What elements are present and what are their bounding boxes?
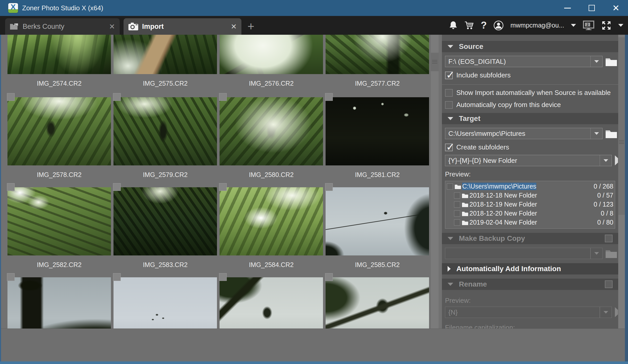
dropdown-button[interactable] <box>600 155 612 166</box>
browse-backup-folder-button[interactable] <box>605 248 617 259</box>
tab-close-icon[interactable]: ✕ <box>231 22 237 31</box>
thumbnail-checkbox[interactable] <box>219 183 227 191</box>
show-import-auto-option[interactable]: Show Import automatically when Source is… <box>445 89 615 97</box>
thumbnail-checkbox[interactable] <box>325 93 333 101</box>
maximize-icon <box>589 5 595 11</box>
tree-checkbox[interactable] <box>447 183 453 190</box>
account-avatar-icon[interactable] <box>493 20 504 31</box>
rename-variables-button[interactable] <box>615 310 618 315</box>
photo-thumbnail[interactable] <box>7 35 111 74</box>
new-tab-button[interactable]: + <box>245 21 257 32</box>
account-chevron-down-icon[interactable] <box>571 24 576 27</box>
close-window-button[interactable]: ✕ <box>604 0 628 16</box>
dropdown-button[interactable] <box>590 248 602 259</box>
tree-row[interactable]: 2019-02-04 New Folder 0 / 80 <box>447 218 613 227</box>
thumbnail-filename: IMG_2580.CR2 <box>220 171 323 179</box>
photo-thumbnail[interactable] <box>326 97 429 165</box>
photo-thumbnail[interactable] <box>220 97 323 165</box>
photo-thumbnail[interactable] <box>220 277 323 329</box>
target-path-dropdown[interactable]: C:\Users\mwmpc\Pictures <box>445 128 603 139</box>
tree-row[interactable]: 2018-12-20 New Folder 0 / 8 <box>447 209 613 218</box>
dropdown-button[interactable] <box>590 56 602 67</box>
tree-checkbox[interactable] <box>454 219 460 226</box>
photo-thumbnail[interactable] <box>326 277 429 329</box>
tree-row[interactable]: 2018-12-18 New Folder 0 / 57 <box>447 191 613 200</box>
rename-pattern-value: {N} <box>448 308 458 316</box>
account-email[interactable]: mwmpcmag@ou... <box>510 22 564 29</box>
tree-checkbox[interactable] <box>454 210 460 217</box>
dropdown-button[interactable] <box>600 307 612 318</box>
create-subfolders-option[interactable]: Create subfolders <box>445 143 615 151</box>
section-header-target[interactable]: Target <box>442 113 618 124</box>
thumbnail-checkbox[interactable] <box>7 93 15 101</box>
show-import-auto-checkbox[interactable] <box>445 89 453 97</box>
notifications-bell-icon[interactable] <box>449 21 458 30</box>
tree-folder-name: C:\Users\mwmpc\Pictures <box>462 183 536 190</box>
photo-thumbnail[interactable] <box>114 277 217 329</box>
photo-thumbnail[interactable] <box>114 97 217 165</box>
thumbnail-cell: IMG_2575.CR2 <box>114 35 217 88</box>
tree-row[interactable]: 2018-12-19 New Folder 0 / 123 <box>447 200 613 209</box>
section-header-auto-info[interactable]: Automatically Add Information <box>442 263 618 274</box>
rename-enable-checkbox[interactable] <box>605 280 613 288</box>
thumbnail-checkbox[interactable] <box>113 183 121 191</box>
thumbnail-checkbox[interactable] <box>7 183 15 191</box>
photo-thumbnail[interactable] <box>220 187 323 255</box>
auto-copy-checkbox[interactable] <box>445 101 453 109</box>
auto-copy-option[interactable]: Automatically copy from this device <box>445 101 615 109</box>
tree-folder-count: 0 / 8 <box>601 210 613 217</box>
include-subfolders-option[interactable]: Include subfolders <box>445 71 615 79</box>
pattern-variables-button[interactable] <box>615 158 618 163</box>
thumbnail-checkbox[interactable] <box>7 273 15 281</box>
tab-berks-county[interactable]: Berks County ✕ <box>5 18 120 35</box>
collapse-chevron-icon <box>448 283 453 286</box>
thumbnail-checkbox[interactable] <box>219 273 227 281</box>
second-monitor-icon[interactable]: 2 <box>583 20 595 31</box>
panel-scrollbar[interactable] <box>618 35 625 329</box>
source-device-dropdown[interactable]: F:\ (EOS_DIGITAL) <box>445 56 603 67</box>
thumbnail-checkbox[interactable] <box>113 273 121 281</box>
tree-checkbox[interactable] <box>454 201 460 208</box>
browse-source-folder-button[interactable] <box>605 56 617 67</box>
panel-scrollbar-thumb[interactable] <box>618 37 625 215</box>
photo-thumbnail[interactable] <box>326 35 429 74</box>
camera-icon <box>128 22 138 31</box>
maximize-button[interactable] <box>580 0 604 16</box>
tree-row[interactable]: C:\Users\mwmpc\Pictures 0 / 268 <box>447 182 613 191</box>
subfolder-pattern-dropdown[interactable]: {Y}-{M}-{D} New Folder <box>445 155 612 166</box>
subfolder-pattern-value: {Y}-{M}-{D} New Folder <box>448 157 517 165</box>
photo-thumbnail[interactable] <box>7 187 111 255</box>
browse-target-folder-button[interactable] <box>605 128 617 139</box>
collapse-chevron-icon <box>448 117 453 120</box>
include-subfolders-checkbox[interactable] <box>445 72 453 79</box>
fullscreen-expand-icon[interactable] <box>601 20 612 31</box>
photo-thumbnail[interactable] <box>326 187 429 255</box>
thumbnail-checkbox[interactable] <box>325 183 333 191</box>
tab-import[interactable]: Import ✕ <box>124 18 241 35</box>
photo-thumbnail[interactable] <box>220 35 323 74</box>
thumbnail-cell: IMG_2581.CR2 <box>326 97 429 179</box>
thumbnail-checkbox[interactable] <box>113 93 121 101</box>
thumbnail-checkbox[interactable] <box>219 93 227 101</box>
grid-scrollbar-thumb[interactable] <box>431 53 439 71</box>
minimize-button[interactable] <box>555 0 580 16</box>
photo-thumbnail[interactable] <box>7 97 111 165</box>
photo-thumbnail[interactable] <box>7 277 111 329</box>
shop-cart-icon[interactable] <box>464 21 474 30</box>
view-chevron-down-icon[interactable] <box>618 24 623 27</box>
thumbnail-checkbox[interactable] <box>325 273 333 281</box>
section-header-rename[interactable]: Rename <box>442 279 618 290</box>
grid-scrollbar[interactable] <box>431 35 439 329</box>
help-icon[interactable]: ? <box>481 20 487 31</box>
create-subfolders-checkbox[interactable] <box>445 144 453 151</box>
section-header-source[interactable]: Source <box>442 41 618 52</box>
rename-pattern-dropdown[interactable]: {N} <box>445 307 612 318</box>
backup-path-dropdown[interactable] <box>445 248 603 259</box>
backup-enable-checkbox[interactable] <box>605 235 613 242</box>
photo-thumbnail[interactable] <box>114 35 217 74</box>
section-header-backup[interactable]: Make Backup Copy <box>442 233 618 244</box>
tab-close-icon[interactable]: ✕ <box>109 22 115 31</box>
dropdown-button[interactable] <box>590 128 602 139</box>
photo-thumbnail[interactable] <box>114 187 217 255</box>
tree-checkbox[interactable] <box>454 192 460 199</box>
